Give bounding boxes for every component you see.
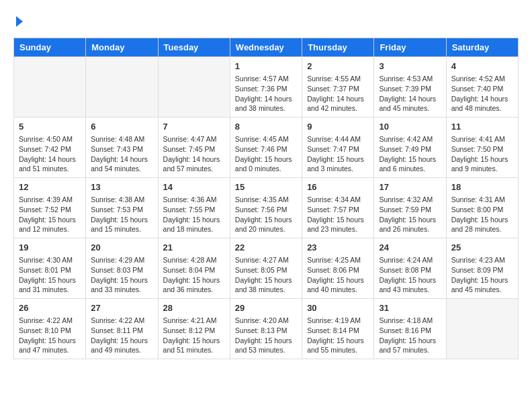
calendar-cell: 14Sunrise: 4:36 AM Sunset: 7:55 PM Dayli… — [158, 178, 230, 238]
weekday-header-tuesday: Tuesday — [158, 38, 230, 57]
day-info: Sunrise: 4:30 AM Sunset: 8:01 PM Dayligh… — [19, 255, 81, 295]
day-number: 18 — [451, 181, 513, 193]
calendar-cell: 9Sunrise: 4:44 AM Sunset: 7:47 PM Daylig… — [302, 118, 374, 178]
day-number: 15 — [235, 181, 297, 193]
calendar-cell: 20Sunrise: 4:29 AM Sunset: 8:03 PM Dayli… — [86, 238, 158, 299]
calendar-cell: 28Sunrise: 4:21 AM Sunset: 8:12 PM Dayli… — [158, 299, 230, 359]
day-info: Sunrise: 4:47 AM Sunset: 7:45 PM Dayligh… — [163, 134, 225, 174]
day-number: 2 — [307, 60, 369, 73]
day-info: Sunrise: 4:23 AM Sunset: 8:09 PM Dayligh… — [451, 255, 513, 295]
calendar-cell: 21Sunrise: 4:28 AM Sunset: 8:04 PM Dayli… — [158, 238, 230, 299]
day-number: 28 — [163, 302, 225, 314]
day-info: Sunrise: 4:34 AM Sunset: 7:57 PM Dayligh… — [307, 195, 369, 234]
weekday-header-thursday: Thursday — [302, 38, 374, 57]
day-info: Sunrise: 4:50 AM Sunset: 7:42 PM Dayligh… — [19, 134, 81, 174]
day-info: Sunrise: 4:21 AM Sunset: 8:12 PM Dayligh… — [163, 316, 225, 355]
calendar-cell — [158, 57, 230, 118]
day-number: 5 — [19, 121, 81, 133]
day-number: 9 — [307, 121, 369, 133]
calendar-week-row: 1Sunrise: 4:57 AM Sunset: 7:36 PM Daylig… — [14, 57, 519, 118]
calendar-cell: 25Sunrise: 4:23 AM Sunset: 8:09 PM Dayli… — [446, 238, 518, 299]
calendar-cell: 4Sunrise: 4:52 AM Sunset: 7:40 PM Daylig… — [446, 57, 518, 118]
logo-arrow-icon — [16, 16, 23, 27]
calendar-cell: 13Sunrise: 4:38 AM Sunset: 7:53 PM Dayli… — [86, 178, 158, 238]
day-number: 17 — [379, 181, 441, 193]
calendar-cell: 24Sunrise: 4:24 AM Sunset: 8:08 PM Dayli… — [374, 238, 446, 299]
day-info: Sunrise: 4:44 AM Sunset: 7:47 PM Dayligh… — [307, 134, 369, 174]
calendar-cell: 30Sunrise: 4:19 AM Sunset: 8:14 PM Dayli… — [302, 299, 374, 359]
day-info: Sunrise: 4:52 AM Sunset: 7:40 PM Dayligh… — [451, 74, 513, 113]
calendar-cell: 10Sunrise: 4:42 AM Sunset: 7:49 PM Dayli… — [374, 118, 446, 178]
day-number: 21 — [163, 242, 225, 254]
weekday-header-sunday: Sunday — [14, 38, 86, 57]
day-info: Sunrise: 4:20 AM Sunset: 8:13 PM Dayligh… — [235, 316, 297, 355]
calendar-cell: 2Sunrise: 4:55 AM Sunset: 7:37 PM Daylig… — [302, 57, 374, 118]
day-number: 31 — [379, 302, 441, 314]
calendar-cell — [14, 57, 86, 118]
page-header — [13, 13, 519, 27]
calendar-cell: 8Sunrise: 4:45 AM Sunset: 7:46 PM Daylig… — [230, 118, 302, 178]
day-info: Sunrise: 4:18 AM Sunset: 8:16 PM Dayligh… — [379, 316, 441, 355]
calendar-cell: 6Sunrise: 4:48 AM Sunset: 7:43 PM Daylig… — [86, 118, 158, 178]
weekday-header-friday: Friday — [374, 38, 446, 57]
day-info: Sunrise: 4:57 AM Sunset: 7:36 PM Dayligh… — [235, 74, 297, 113]
day-info: Sunrise: 4:42 AM Sunset: 7:49 PM Dayligh… — [379, 134, 441, 174]
day-number: 20 — [91, 242, 152, 254]
calendar-week-row: 26Sunrise: 4:22 AM Sunset: 8:10 PM Dayli… — [14, 299, 519, 359]
day-number: 23 — [307, 242, 369, 254]
day-number: 1 — [235, 60, 297, 73]
calendar-cell: 15Sunrise: 4:35 AM Sunset: 7:56 PM Dayli… — [230, 178, 302, 238]
day-info: Sunrise: 4:25 AM Sunset: 8:06 PM Dayligh… — [307, 255, 369, 295]
weekday-header-row: SundayMondayTuesdayWednesdayThursdayFrid… — [14, 38, 519, 57]
calendar-cell: 12Sunrise: 4:39 AM Sunset: 7:52 PM Dayli… — [14, 178, 86, 238]
calendar-cell: 31Sunrise: 4:18 AM Sunset: 8:16 PM Dayli… — [374, 299, 446, 359]
day-info: Sunrise: 4:38 AM Sunset: 7:53 PM Dayligh… — [91, 195, 152, 234]
calendar-cell: 3Sunrise: 4:53 AM Sunset: 7:39 PM Daylig… — [374, 57, 446, 118]
calendar-cell: 19Sunrise: 4:30 AM Sunset: 8:01 PM Dayli… — [14, 238, 86, 299]
calendar-cell: 22Sunrise: 4:27 AM Sunset: 8:05 PM Dayli… — [230, 238, 302, 299]
day-number: 11 — [451, 121, 513, 133]
day-number: 7 — [163, 121, 225, 133]
day-number: 3 — [379, 60, 441, 73]
calendar-cell: 23Sunrise: 4:25 AM Sunset: 8:06 PM Dayli… — [302, 238, 374, 299]
calendar-week-row: 19Sunrise: 4:30 AM Sunset: 8:01 PM Dayli… — [14, 238, 519, 299]
calendar-cell: 18Sunrise: 4:31 AM Sunset: 8:00 PM Dayli… — [446, 178, 518, 238]
day-info: Sunrise: 4:53 AM Sunset: 7:39 PM Dayligh… — [379, 74, 441, 113]
calendar-table: SundayMondayTuesdayWednesdayThursdayFrid… — [13, 38, 519, 359]
weekday-header-saturday: Saturday — [446, 38, 518, 57]
calendar-cell — [446, 299, 518, 359]
day-number: 29 — [235, 302, 297, 314]
day-info: Sunrise: 4:39 AM Sunset: 7:52 PM Dayligh… — [19, 195, 81, 234]
calendar-cell: 26Sunrise: 4:22 AM Sunset: 8:10 PM Dayli… — [14, 299, 86, 359]
day-info: Sunrise: 4:19 AM Sunset: 8:14 PM Dayligh… — [307, 316, 369, 355]
day-info: Sunrise: 4:22 AM Sunset: 8:10 PM Dayligh… — [19, 316, 81, 355]
day-info: Sunrise: 4:31 AM Sunset: 8:00 PM Dayligh… — [451, 195, 513, 234]
day-number: 12 — [19, 181, 81, 193]
day-number: 8 — [235, 121, 297, 133]
calendar-cell: 29Sunrise: 4:20 AM Sunset: 8:13 PM Dayli… — [230, 299, 302, 359]
day-info: Sunrise: 4:24 AM Sunset: 8:08 PM Dayligh… — [379, 255, 441, 295]
day-number: 13 — [91, 181, 152, 193]
day-number: 6 — [91, 121, 152, 133]
day-info: Sunrise: 4:36 AM Sunset: 7:55 PM Dayligh… — [163, 195, 225, 234]
calendar-cell: 27Sunrise: 4:22 AM Sunset: 8:11 PM Dayli… — [86, 299, 158, 359]
day-info: Sunrise: 4:45 AM Sunset: 7:46 PM Dayligh… — [235, 134, 297, 174]
day-info: Sunrise: 4:35 AM Sunset: 7:56 PM Dayligh… — [235, 195, 297, 234]
day-number: 22 — [235, 242, 297, 254]
calendar-cell: 16Sunrise: 4:34 AM Sunset: 7:57 PM Dayli… — [302, 178, 374, 238]
day-info: Sunrise: 4:41 AM Sunset: 7:50 PM Dayligh… — [451, 134, 513, 174]
day-number: 27 — [91, 302, 152, 314]
day-number: 16 — [307, 181, 369, 193]
calendar-cell: 7Sunrise: 4:47 AM Sunset: 7:45 PM Daylig… — [158, 118, 230, 178]
day-info: Sunrise: 4:22 AM Sunset: 8:11 PM Dayligh… — [91, 316, 152, 355]
logo — [13, 13, 23, 27]
weekday-header-wednesday: Wednesday — [230, 38, 302, 57]
day-number: 4 — [451, 60, 513, 73]
calendar-week-row: 12Sunrise: 4:39 AM Sunset: 7:52 PM Dayli… — [14, 178, 519, 238]
weekday-header-monday: Monday — [86, 38, 158, 57]
day-info: Sunrise: 4:55 AM Sunset: 7:37 PM Dayligh… — [307, 74, 369, 113]
day-info: Sunrise: 4:29 AM Sunset: 8:03 PM Dayligh… — [91, 255, 152, 295]
day-number: 30 — [307, 302, 369, 314]
day-number: 26 — [19, 302, 81, 314]
day-info: Sunrise: 4:28 AM Sunset: 8:04 PM Dayligh… — [163, 255, 225, 295]
